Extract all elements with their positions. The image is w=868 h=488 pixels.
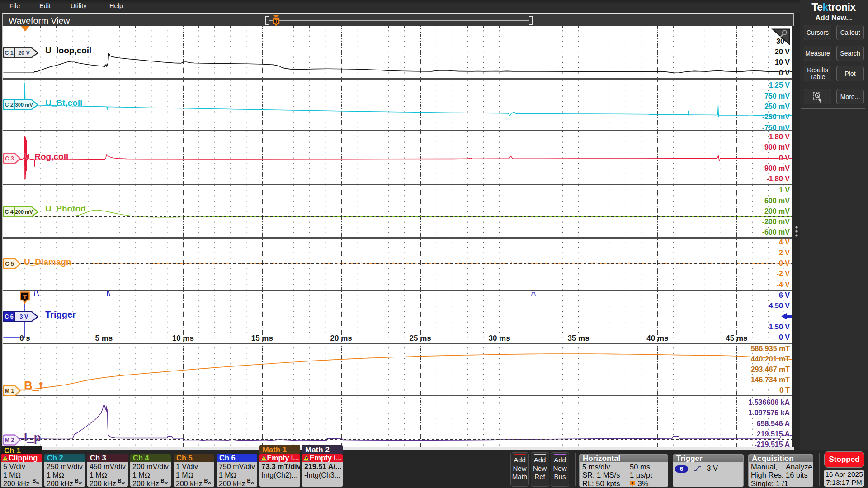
svg-text:C 6: C 6 [5, 314, 14, 320]
svg-text:C 3: C 3 [5, 155, 14, 162]
svg-text:C 4: C 4 [5, 209, 14, 215]
svg-text:M 2: M 2 [5, 437, 14, 443]
svg-text:C 5: C 5 [5, 261, 14, 267]
svg-text:20 V: 20 V [18, 50, 30, 56]
svg-text:C 2: C 2 [5, 102, 14, 108]
svg-text:C 1: C 1 [5, 50, 14, 56]
svg-text:T: T [632, 481, 634, 485]
svg-text:300 mV: 300 mV [15, 102, 33, 108]
svg-text:3 V: 3 V [20, 314, 28, 320]
svg-text:T: T [274, 19, 278, 24]
svg-text:M 1: M 1 [5, 388, 14, 394]
svg-text:200 mV: 200 mV [15, 209, 33, 215]
